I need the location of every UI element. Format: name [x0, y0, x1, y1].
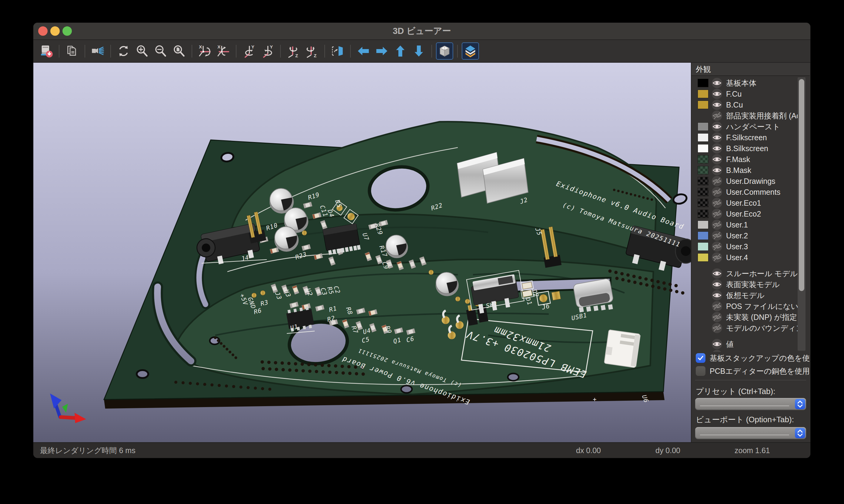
visibility-toggle[interactable]: [711, 121, 722, 132]
pcb-3d-canvas[interactable]: Exidiophone v6.0 Audio Board (c) Tomoya …: [33, 63, 691, 444]
rotate-y-ccw-button[interactable]: Y: [240, 42, 258, 60]
layer-color-swatch[interactable]: [697, 188, 708, 196]
rotate-z-ccw-button[interactable]: Z: [285, 42, 302, 60]
checkbox-board-stackup-colors[interactable]: 基板スタックアップの色を使用: [696, 352, 810, 364]
checkbox-unchecked-icon[interactable]: [696, 366, 705, 376]
visibility-toggle[interactable]: [711, 154, 722, 165]
visibility-toggle[interactable]: [711, 209, 722, 219]
layer-row[interactable]: User.Comments: [691, 186, 810, 197]
zoom-in-button[interactable]: [133, 42, 151, 60]
layer-color-swatch[interactable]: [697, 133, 708, 142]
layer-row[interactable]: B.Mask: [691, 165, 810, 176]
layer-row[interactable]: User.Eco1: [691, 197, 810, 209]
layer-row[interactable]: F.Silkscreen: [691, 132, 810, 143]
viewport-combo[interactable]: [695, 427, 806, 439]
layer-row[interactable]: 表面実装モデル: [691, 279, 810, 290]
zoom-out-button[interactable]: [152, 42, 169, 60]
flip-board-button[interactable]: [329, 42, 346, 60]
visibility-toggle[interactable]: [711, 323, 722, 334]
layer-color-swatch[interactable]: [697, 253, 708, 262]
layer-row[interactable]: ハンダペースト: [691, 121, 810, 132]
orthographic-projection-button[interactable]: [436, 42, 453, 60]
checkbox-checked-icon[interactable]: [696, 353, 705, 363]
layer-row[interactable]: 部品実装用接着剤 (Adh: [691, 110, 810, 121]
visibility-toggle[interactable]: [711, 301, 722, 312]
layer-color-swatch[interactable]: [697, 90, 708, 98]
pan-right-button[interactable]: [373, 42, 391, 60]
3d-viewport[interactable]: Exidiophone v6.0 Audio Board (c) Tomoya …: [33, 63, 691, 442]
visibility-toggle[interactable]: [711, 241, 722, 252]
layer-color-swatch[interactable]: [697, 144, 708, 152]
visibility-toggle[interactable]: [711, 132, 722, 143]
layer-row[interactable]: 未実装 (DNP) が指定さ: [691, 312, 810, 323]
preset-combo[interactable]: [695, 398, 806, 410]
visibility-toggle[interactable]: [711, 279, 722, 290]
visibility-toggle[interactable]: [711, 349, 722, 352]
rotate-x-cw-button[interactable]: X: [214, 42, 232, 60]
visibility-toggle[interactable]: [711, 186, 722, 197]
pan-down-button[interactable]: [410, 42, 428, 60]
maximize-button[interactable]: [63, 26, 72, 36]
visibility-toggle[interactable]: [711, 339, 722, 349]
visibility-toggle[interactable]: [711, 230, 722, 241]
layer-row[interactable]: User.2: [691, 230, 810, 241]
visibility-toggle[interactable]: [711, 197, 722, 209]
render-current-view-button[interactable]: [89, 42, 106, 60]
layer-color-swatch[interactable]: [697, 199, 708, 207]
combo-stepper-icon[interactable]: [795, 399, 805, 409]
visibility-toggle[interactable]: [711, 110, 722, 121]
layer-row[interactable]: [691, 349, 810, 352]
visibility-toggle[interactable]: [711, 252, 722, 263]
layer-row[interactable]: 基板本体: [691, 77, 810, 88]
visibility-toggle[interactable]: [711, 77, 722, 88]
refresh-view-button[interactable]: [115, 42, 132, 60]
rotate-z-cw-button[interactable]: Z: [303, 42, 321, 60]
visibility-toggle[interactable]: [711, 268, 722, 279]
layer-row[interactable]: F.Cu: [691, 88, 810, 100]
visibility-toggle[interactable]: [711, 88, 722, 100]
checkbox-pcb-editor-copper-colors[interactable]: PCBエディターの銅色を使用: [696, 365, 810, 377]
copy-button[interactable]: [63, 42, 81, 60]
pan-up-button[interactable]: [392, 42, 409, 60]
minimize-button[interactable]: [50, 26, 60, 36]
visibility-toggle[interactable]: [711, 290, 722, 301]
layer-row[interactable]: User.Drawings: [691, 176, 810, 186]
layer-row[interactable]: 仮想モデル: [691, 290, 810, 301]
layer-color-swatch[interactable]: [697, 231, 708, 240]
layer-color-swatch[interactable]: [697, 177, 708, 185]
layer-color-swatch[interactable]: [697, 166, 708, 175]
layer-row[interactable]: スルーホール モデル: [691, 268, 810, 279]
layer-row[interactable]: 値: [691, 339, 810, 349]
layer-row[interactable]: User.1: [691, 219, 810, 230]
rotate-x-ccw-button[interactable]: X: [196, 42, 213, 60]
layer-color-swatch[interactable]: [697, 79, 708, 87]
layer-color-swatch[interactable]: [697, 122, 708, 131]
layer-row[interactable]: User.Eco2: [691, 209, 810, 219]
layer-color-swatch[interactable]: [697, 155, 708, 164]
pan-left-button[interactable]: [355, 42, 372, 60]
visibility-toggle[interactable]: [711, 143, 722, 154]
visibility-toggle[interactable]: [711, 165, 722, 176]
export-image-button[interactable]: [38, 42, 55, 60]
zoom-fit-button[interactable]: [170, 42, 188, 60]
rotate-y-cw-button[interactable]: Y: [259, 42, 276, 60]
visibility-toggle[interactable]: [711, 176, 722, 186]
visibility-toggle[interactable]: [711, 219, 722, 230]
titlebar[interactable]: 3D ビューアー: [33, 23, 810, 40]
layer-row[interactable]: B.Silkscreen: [691, 143, 810, 154]
layer-row[interactable]: User.4: [691, 252, 810, 263]
layer-row[interactable]: B.Cu: [691, 100, 810, 110]
layer-color-swatch[interactable]: [697, 242, 708, 251]
layer-row[interactable]: User.3: [691, 241, 810, 252]
layer-color-swatch[interactable]: [697, 101, 708, 109]
visibility-toggle[interactable]: [711, 312, 722, 323]
layer-row[interactable]: POS ファイルにないモ: [691, 301, 810, 312]
layer-row[interactable]: モデルのバウンディング: [691, 323, 810, 334]
layer-row[interactable]: F.Mask: [691, 154, 810, 165]
close-button[interactable]: [38, 26, 48, 36]
visibility-toggle[interactable]: [711, 100, 722, 110]
combo-stepper-icon[interactable]: [795, 428, 805, 438]
layer-color-swatch[interactable]: [697, 210, 708, 218]
appearance-panel-button[interactable]: [462, 42, 479, 60]
layer-color-swatch[interactable]: [697, 220, 708, 229]
